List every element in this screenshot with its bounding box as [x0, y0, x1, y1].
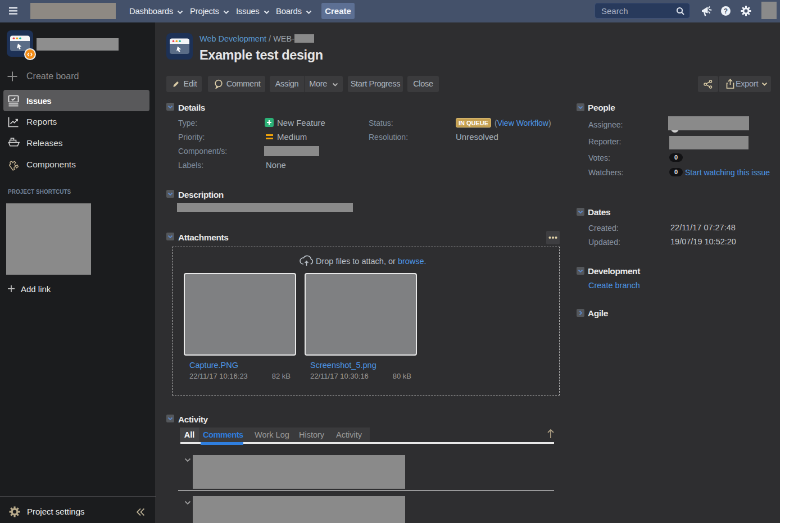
- svg-text:?: ?: [724, 7, 728, 15]
